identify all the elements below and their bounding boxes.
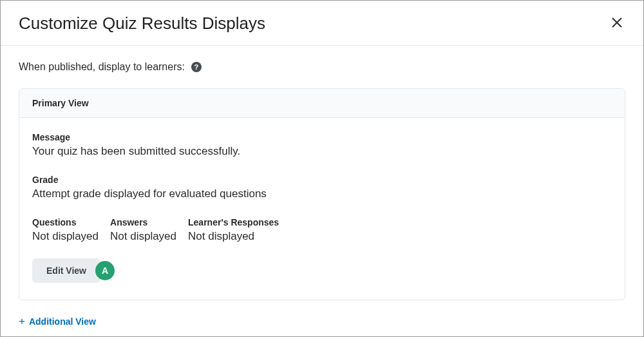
responses-label: Learner's Responses — [188, 217, 279, 227]
display-to-learners-label: When published, display to learners: — [19, 61, 185, 73]
edit-view-button[interactable]: Edit View — [32, 258, 100, 283]
help-icon[interactable]: ? — [191, 62, 202, 72]
answers-label: Answers — [110, 217, 176, 227]
display-to-learners-row: When published, display to learners: ? — [19, 61, 625, 73]
dialog-content: When published, display to learners: ? P… — [1, 46, 643, 337]
answers-col: Answers Not displayed — [110, 217, 176, 243]
edit-row: Edit View A — [32, 258, 612, 283]
card-body: Message Your quiz has been submitted suc… — [19, 118, 625, 300]
message-value: Your quiz has been submitted successfull… — [32, 145, 612, 158]
close-icon — [611, 17, 623, 28]
responses-value: Not displayed — [188, 230, 279, 243]
questions-value: Not displayed — [32, 230, 99, 243]
questions-label: Questions — [32, 217, 99, 227]
close-button[interactable] — [609, 14, 625, 34]
additional-view-button[interactable]: + Additional View — [19, 316, 96, 327]
primary-view-card: Primary View Message Your quiz has been … — [19, 88, 625, 300]
message-section: Message Your quiz has been submitted suc… — [32, 132, 612, 158]
annotation-badge-a: A — [95, 261, 115, 280]
additional-view-label: Additional View — [29, 316, 96, 327]
grade-label: Grade — [32, 175, 612, 185]
message-label: Message — [32, 132, 612, 142]
status-row: Questions Not displayed Answers Not disp… — [32, 217, 612, 243]
dialog-header: Customize Quiz Results Displays — [1, 1, 643, 46]
answers-value: Not displayed — [110, 230, 176, 243]
card-header: Primary View — [19, 89, 625, 118]
grade-section: Grade Attempt grade displayed for evalua… — [32, 175, 612, 200]
questions-col: Questions Not displayed — [32, 217, 99, 243]
responses-col: Learner's Responses Not displayed — [188, 217, 279, 243]
grade-value: Attempt grade displayed for evaluated qu… — [32, 188, 612, 200]
page-title: Customize Quiz Results Displays — [19, 14, 265, 34]
plus-icon: + — [19, 316, 25, 327]
